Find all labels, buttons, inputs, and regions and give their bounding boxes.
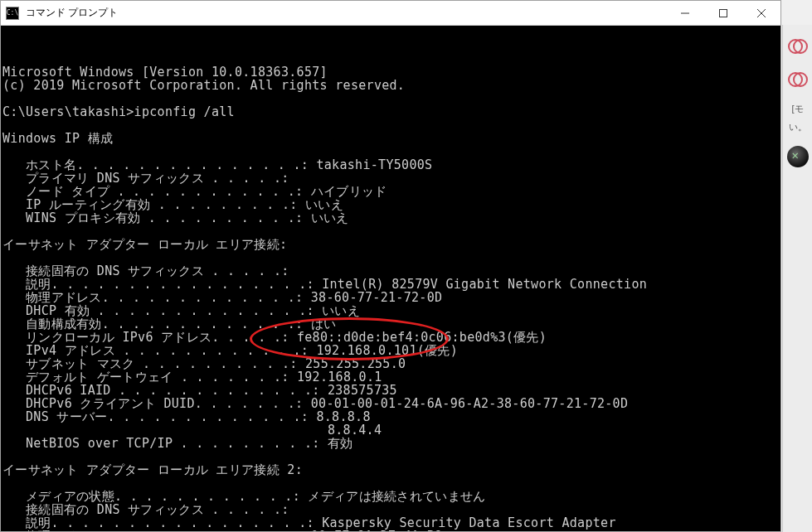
close-icon — [757, 9, 766, 17]
terminal-line: ホスト名. . . . . . . . . . . . . . .: takas… — [2, 158, 779, 172]
terminal-line: 自動構成有効. . . . . . . . . . . . .: はい — [2, 317, 779, 331]
close-button[interactable] — [742, 1, 780, 25]
terminal-line: WINS プロキシ有効 . . . . . . . . . .: いいえ — [2, 211, 779, 225]
maximize-icon — [719, 9, 727, 17]
background-app-strip: [モ い。 — [782, 25, 812, 532]
terminal-line: 物理アドレス. . . . . . . . . . . . .: 38-60-7… — [2, 291, 779, 304]
terminal-line: DHCPv6 IAID . . . . . . . . . . . . .: 2… — [2, 384, 779, 397]
terminal-line — [2, 476, 779, 490]
window-title: コマンド プロンプト — [24, 6, 666, 20]
ribbon-icon — [785, 33, 810, 58]
terminal-line: Microsoft Windows [Version 10.0.18363.65… — [2, 65, 779, 79]
minimize-button[interactable] — [666, 1, 704, 25]
terminal-line: プライマリ DNS サフィックス . . . . .: — [2, 172, 779, 185]
terminal-output[interactable]: Microsoft Windows [Version 10.0.18363.65… — [1, 26, 780, 531]
terminal-line: C:\Users\takashi>ipconfig /all — [2, 105, 779, 118]
terminal-line — [2, 251, 779, 264]
terminal-line: 物理アドレス. . . . . . . . . . . . .: 00-FF-9… — [2, 530, 779, 531]
terminal-line: デフォルト ゲートウェイ . . . . . . .: 192.168.0.1 — [2, 370, 779, 384]
terminal-line: IPv4 アドレス . . . . . . . . . . . .: 192.1… — [2, 344, 779, 357]
terminal-line: 接続固有の DNS サフィックス . . . . .: — [2, 264, 779, 278]
terminal-line: 説明. . . . . . . . . . . . . . . . .: Kas… — [2, 516, 779, 530]
maximize-button[interactable] — [704, 1, 742, 25]
terminal-line: DHCP 有効 . . . . . . . . . . . . . .: いいえ — [2, 304, 779, 317]
terminal-line: イーサネット アダプター ローカル エリア接続: — [2, 238, 779, 251]
terminal-line: (c) 2019 Microsoft Corporation. All righ… — [2, 79, 779, 92]
terminal-line: NetBIOS over TCP/IP . . . . . . . . .: 有… — [2, 437, 779, 450]
side-text: [モ — [783, 99, 812, 118]
terminal-line — [2, 225, 779, 238]
terminal-line: 接続固有の DNS サフィックス . . . . .: — [2, 503, 779, 516]
terminal-line: IP ルーティング有効 . . . . . . . . .: いいえ — [2, 198, 779, 211]
terminal-line: ノード タイプ . . . . . . . . . . . .: ハイブリッド — [2, 185, 779, 198]
terminal-line: DNS サーバー. . . . . . . . . . . . .: 8.8.8… — [2, 410, 779, 423]
terminal-line: 8.8.4.4 — [2, 423, 779, 437]
terminal-line — [2, 145, 779, 158]
terminal-line: イーサネット アダプター ローカル エリア接続 2: — [2, 463, 779, 476]
titlebar[interactable]: C:\ コマンド プロンプト — [1, 1, 780, 26]
terminal-line — [2, 118, 779, 132]
terminal-line — [2, 450, 779, 463]
command-prompt-window: C:\ コマンド プロンプト Microsoft Windows [Versio… — [0, 0, 781, 532]
minimize-icon — [681, 9, 689, 17]
svg-rect-1 — [720, 9, 727, 17]
side-text: い。 — [783, 118, 812, 136]
ribbon-icon — [785, 66, 810, 91]
terminal-line: DHCPv6 クライアント DUID. . . . . . .: 00-01-0… — [2, 397, 779, 410]
terminal-line: サブネット マスク . . . . . . . . . .: 255.255.2… — [2, 357, 779, 370]
xbox-icon — [785, 144, 810, 169]
window-controls — [666, 1, 780, 25]
app-icon: C:\ — [6, 7, 19, 20]
terminal-line: 説明. . . . . . . . . . . . . . . . .: Int… — [2, 278, 779, 291]
terminal-line: Windows IP 構成 — [2, 132, 779, 145]
terminal-line: リンクローカル IPv6 アドレス. . . . .: fe80::d0de:b… — [2, 331, 779, 344]
terminal-line — [2, 92, 779, 105]
terminal-line: メディアの状態. . . . . . . . . . . .: メディアは接続さ… — [2, 490, 779, 503]
